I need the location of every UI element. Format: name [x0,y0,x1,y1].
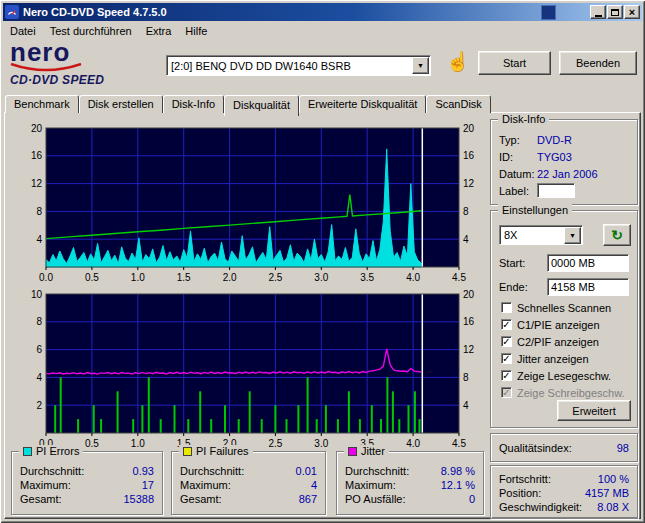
disk-typ-label: Typ: [499,134,520,146]
position-label: Position: [499,487,541,499]
start-mb-label: Start: [499,257,525,269]
nero-logo-subtitle: CD·DVD SPEED [10,73,162,87]
pi-errors-panel: PI Errors Durchschnitt:0.93 Maximum:17 G… [11,451,163,515]
nero-logo: nero CD·DVD SPEED [10,41,162,87]
eject-hand-icon[interactable]: ☝ [446,50,470,73]
svg-text:2: 2 [36,400,42,411]
drive-select[interactable]: [2:0] BENQ DVD DD DW1640 BSRB ▼ [166,55,431,76]
checkbox-c2-pif-anzeigen[interactable]: ✓C2/PIF anzeigen [501,335,599,348]
disk-id-label: ID: [499,151,513,163]
toolbar: nero CD·DVD SPEED [2:0] BENQ DVD DD DW16… [3,40,642,92]
checkbox-c1-pie-anzeigen[interactable]: ✓C1/PIE anzeigen [501,318,600,331]
menu-item-hilfe[interactable]: Hilfe [178,23,214,39]
svg-text:2.0: 2.0 [223,272,237,283]
svg-text:2.5: 2.5 [268,438,282,449]
disk-label-value-box [537,183,575,198]
svg-text:4.0: 4.0 [406,272,420,283]
jitter-legend-chip [348,447,357,456]
chevron-down-icon[interactable]: ▼ [564,227,581,244]
po-failures-value: 0 [469,493,475,505]
diskqualitaet-page: 48121620481216200.00.51.01.52.02.53.03.5… [4,112,641,519]
svg-text:4: 4 [36,234,42,245]
pi-failures-panel: PI Failures Durchschnitt:0.01 Maximum:4 … [171,451,326,515]
svg-text:12: 12 [463,178,475,189]
svg-text:20: 20 [463,289,475,300]
svg-text:1.0: 1.0 [131,272,145,283]
svg-text:4.0: 4.0 [406,438,420,449]
checkbox-box: ✓ [501,336,512,347]
tab-disk-info[interactable]: Disk-Info [163,95,224,113]
app-icon [5,5,19,19]
checkbox-box: ✓ [501,319,512,330]
title-bar[interactable]: Nero CD-DVD Speed 4.7.5.0 × [3,3,642,21]
svg-text:16: 16 [463,150,475,161]
svg-text:20: 20 [463,123,475,134]
disk-info-group-title: Disk-Info [498,113,549,125]
svg-text:4: 4 [36,372,42,383]
checkbox-box [501,302,512,313]
svg-text:8: 8 [463,206,469,217]
speed-select-value: 8X [500,229,564,241]
quality-index-label: Qualitätsindex: [499,442,572,454]
checkbox-schnelles-scannen[interactable]: Schnelles Scannen [501,301,611,314]
geschwindigkeit-label: Geschwindigkeit: [499,501,582,513]
disk-label-label: Label: [499,185,529,197]
checkbox-box: ✓ [501,353,512,364]
settings-group: Einstellungen 8X ▼ ↻ Start: Ende: Schnel… [490,210,638,428]
minimize-button[interactable] [590,5,606,19]
svg-text:0.5: 0.5 [85,272,99,283]
jitter-panel-title: Jitter [361,445,385,457]
speed-select[interactable]: 8X ▼ [499,225,583,245]
quality-index-group: Qualitätsindex:98 [490,433,638,462]
svg-text:3.0: 3.0 [314,272,328,283]
pif-max-label: Maximum: [180,479,231,491]
jitter-avg-value: 8.98 % [441,465,475,477]
quality-index-value: 98 [617,442,629,454]
end-mb-field[interactable] [547,278,629,296]
tab-diskqualitaet[interactable]: Diskqualität [224,95,299,116]
tab-benchmark[interactable]: Benchmark [5,95,79,113]
checkbox-zeige-lesegeschw[interactable]: ✓Zeige Lesegeschw. [501,369,611,382]
svg-text:4.5: 4.5 [452,272,466,283]
minimize-icon [595,15,602,17]
jitter-max-label: Maximum: [345,479,396,491]
end-mb-label: Ende: [499,281,528,293]
svg-text:1.5: 1.5 [177,272,191,283]
pi-failures-jitter-chart: 246810481216200.00.51.01.52.02.53.03.54.… [9,288,487,450]
progress-group: Fortschritt:100 % Position:4157 MB Gesch… [490,465,638,519]
close-button[interactable]: × [624,5,640,19]
svg-text:6: 6 [36,344,42,355]
svg-text:1.0: 1.0 [131,438,145,449]
checkbox-box: ✓ [501,387,512,398]
svg-text:4: 4 [463,400,469,411]
svg-text:0.0: 0.0 [39,272,53,283]
menu-item-extra[interactable]: Extra [139,23,179,39]
maximize-button[interactable] [607,5,623,19]
start-button[interactable]: Start [478,51,551,75]
checkbox-jitter-anzeigen[interactable]: ✓Jitter anzeigen [501,352,589,365]
disk-datum-label: Datum: [499,168,534,180]
svg-text:16: 16 [463,316,475,327]
pif-total-value: 867 [299,493,317,505]
advanced-button[interactable]: Erweitert [557,400,631,421]
tab-strip: Benchmark Disk erstellen Disk-Info Diskq… [5,93,491,113]
svg-text:10: 10 [31,289,43,300]
tab-scandisk[interactable]: ScanDisk [426,95,490,113]
close-icon: × [629,7,635,17]
tab-erweiterte-diskqualitaet[interactable]: Erweiterte Diskqualität [299,95,426,113]
chevron-down-icon[interactable]: ▼ [412,57,429,74]
quit-button[interactable]: Beenden [559,51,637,75]
start-mb-field[interactable] [547,254,629,272]
svg-text:20: 20 [31,123,43,134]
svg-text:16: 16 [31,150,43,161]
drive-select-value: [2:0] BENQ DVD DD DW1640 BSRB [167,60,412,72]
fortschritt-label: Fortschritt: [499,473,551,485]
disk-datum-value: 22 Jan 2006 [537,168,598,180]
refresh-button[interactable]: ↻ [603,224,631,246]
disk-typ-value: DVD-R [537,134,572,146]
svg-text:12: 12 [463,344,475,355]
svg-text:8: 8 [36,316,42,327]
position-value: 4157 MB [585,487,629,499]
tab-disk-erstellen[interactable]: Disk erstellen [79,95,163,113]
svg-text:8: 8 [36,206,42,217]
